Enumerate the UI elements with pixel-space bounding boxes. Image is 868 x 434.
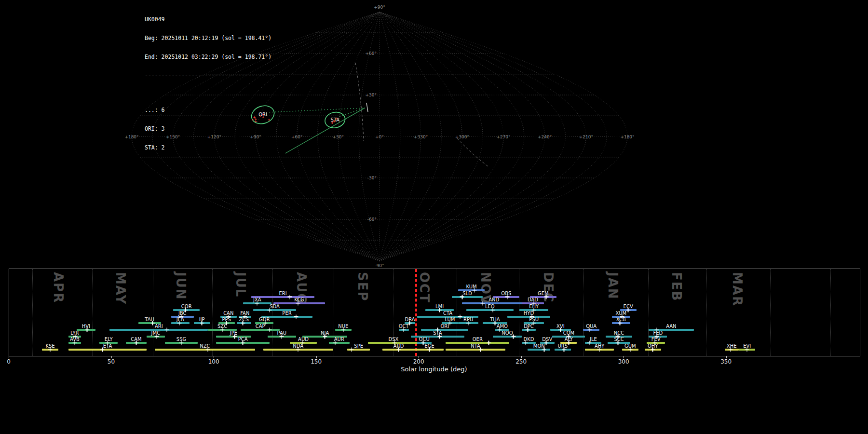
count-ori: ORI: 3: [145, 126, 275, 132]
shower-peak-marker: [267, 327, 271, 332]
shower-peak-marker: [341, 327, 345, 332]
shower-code-label: OER: [473, 337, 483, 342]
shower-peak-marker: [466, 321, 471, 326]
shower-peak-marker: [626, 308, 630, 312]
month-gridline: [153, 269, 153, 356]
observation-end: End: 20251012 03:22:29 (sol = 198.71°): [145, 54, 275, 60]
shower-peak-marker: [288, 295, 292, 299]
convergence-tick-mark: [366, 103, 368, 112]
station-id: UK0049: [145, 16, 275, 23]
shower-peak-marker: [472, 288, 476, 293]
shower-peak-marker: [544, 295, 548, 299]
shower-peak-marker: [232, 334, 237, 339]
shower-peak-marker: [437, 334, 442, 339]
latitude-label: +60°: [366, 51, 377, 56]
shower-peak-marker: [745, 347, 749, 352]
longitude-label: +180°: [124, 135, 138, 139]
shower-peak-marker: [487, 341, 491, 345]
shower-peak-marker: [349, 347, 353, 352]
longitude-label: +240°: [538, 135, 552, 139]
longitude-label: +180°: [620, 135, 634, 139]
shower-bar: [452, 296, 483, 298]
shower-code-label: PER: [282, 311, 291, 316]
month-gridline: [519, 269, 519, 356]
x-tick-mark: [316, 356, 317, 358]
x-tick-mark: [419, 356, 419, 358]
shower-peak-marker: [651, 347, 655, 352]
month-label: JAN: [606, 272, 620, 300]
shower-peak-marker: [402, 327, 406, 332]
x-tick-mark: [111, 356, 112, 358]
month-label: SEP: [355, 272, 370, 302]
shower-peak-marker: [396, 347, 401, 352]
month-label: FEB: [669, 272, 684, 301]
shower-peak-marker: [437, 308, 442, 312]
latitude-label: -30°: [367, 176, 377, 180]
info-separator: ---------------------------------------: [145, 73, 275, 79]
x-tick-mark: [624, 356, 624, 358]
shower-bar: [155, 349, 255, 351]
x-tick-label: 200: [413, 358, 424, 365]
dashed-curve: [457, 138, 488, 166]
month-gridline: [770, 269, 771, 356]
month-label: MAY: [113, 272, 128, 305]
shower-peak-marker: [558, 327, 563, 332]
activity-timeline: APRMAYJUNJULAUGSEPOCTNOVDECJANFEBMARKUME…: [9, 269, 860, 356]
shower-code-label: CAP: [256, 324, 265, 329]
shower-peak-marker: [241, 341, 245, 345]
month-gridline: [92, 269, 93, 356]
shower-code-label: ERI: [279, 291, 286, 296]
shower-bar: [329, 342, 350, 344]
shower-peak-marker: [179, 341, 184, 345]
shower-peak-marker: [511, 334, 515, 339]
shower-peak-marker: [150, 321, 155, 326]
shower-peak-marker: [155, 334, 159, 339]
longitude-label: +60°: [291, 135, 303, 139]
shower-peak-marker: [73, 341, 77, 345]
shower-code-label: CTA: [443, 311, 452, 316]
month-gridline: [706, 269, 707, 356]
month-gridline: [830, 269, 831, 356]
info-gap: [145, 92, 275, 95]
shower-peak-marker: [134, 341, 138, 345]
shower-peak-marker: [588, 327, 592, 332]
month-label: JUN: [174, 272, 188, 300]
shower-peak-marker: [616, 341, 620, 345]
month-label: JUL: [233, 272, 248, 298]
shower-code-label: SPE: [354, 343, 363, 349]
shower-peak-marker: [267, 308, 271, 312]
longitude-label: +210°: [579, 135, 593, 139]
x-tick-label: 0: [7, 358, 11, 365]
longitude-label: +330°: [414, 135, 428, 139]
x-tick-mark: [726, 356, 727, 358]
month-gridline: [583, 269, 584, 356]
latitude-label: +30°: [366, 93, 377, 97]
shower-peak-marker: [524, 341, 528, 345]
shower-peak-marker: [255, 301, 259, 306]
shower-code-label: AAN: [666, 324, 676, 329]
shower-peak-marker: [587, 341, 591, 345]
shower-peak-marker: [100, 347, 105, 352]
shower-peak-marker: [478, 347, 483, 352]
longitude-label: +30°: [333, 135, 344, 139]
shower-peak-marker: [628, 347, 632, 352]
shower-code-label: ORI: [440, 324, 449, 329]
month-label: APR: [51, 272, 66, 303]
shower-bar: [68, 349, 147, 351]
shower-peak-marker: [562, 347, 566, 352]
shower-bar: [466, 309, 514, 311]
shower-peak-marker: [427, 347, 432, 352]
count-sta: STA: 2: [145, 145, 275, 151]
shower-peak-marker: [296, 347, 300, 352]
shower-peak-marker: [618, 321, 622, 326]
shower-peak-marker: [220, 327, 225, 332]
shower-peak-marker: [296, 301, 300, 306]
x-tick-mark: [521, 356, 522, 358]
shower-bar: [446, 349, 505, 351]
x-tick-label: 250: [515, 358, 527, 365]
shower-peak-marker: [505, 295, 509, 299]
radiant-label: STA: [331, 117, 340, 122]
shower-bar: [241, 329, 280, 331]
sky-map: +180°+150°+120°+90°+60°+30°+0°+330°+300°…: [0, 0, 868, 268]
shower-peak-marker: [333, 341, 337, 345]
